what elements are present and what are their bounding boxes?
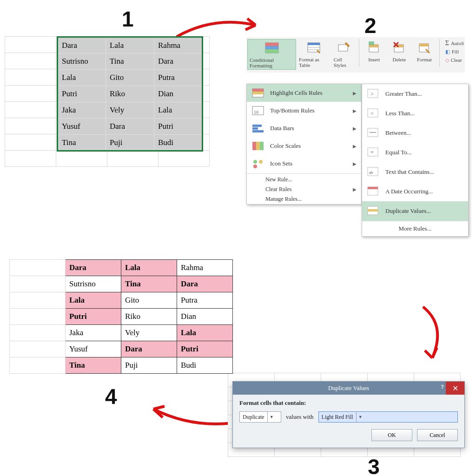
cell[interactable]: Dara <box>106 119 154 135</box>
cell[interactable]: Rahma <box>177 260 233 276</box>
delete-button[interactable]: Delete <box>387 39 411 63</box>
step4-result-grid[interactable]: DaraLalaRahmaSutrisnoTinaDaraLalaGitoPut… <box>9 259 233 374</box>
menu-highlight-cells-rules[interactable]: Highlight Cells Rules▶ <box>247 84 361 102</box>
cell[interactable]: Rahma <box>154 37 203 53</box>
insert-cells-icon <box>366 40 382 56</box>
ok-button[interactable]: OK <box>371 429 412 441</box>
menu-color-scales[interactable]: Color Scales▶ <box>247 137 361 155</box>
format-cells-icon <box>416 40 432 56</box>
cell[interactable]: Dara <box>66 260 121 276</box>
insert-button[interactable]: Insert <box>362 39 386 63</box>
cell-styles-button[interactable]: Cell Styles <box>332 39 356 69</box>
cell[interactable]: Tina <box>121 276 177 292</box>
menu-data-bars[interactable]: Data Bars▶ <box>247 119 361 137</box>
cell[interactable]: Jaka <box>58 102 106 119</box>
menu-icon-sets[interactable]: Icon Sets▶ <box>247 155 361 172</box>
cell[interactable]: Lala <box>177 325 233 341</box>
cell[interactable]: Gito <box>121 292 177 309</box>
cell[interactable]: Dara <box>121 341 177 357</box>
close-icon[interactable]: ✕ <box>446 382 464 395</box>
cell[interactable]: Budi <box>177 357 233 374</box>
conditional-formatting-button[interactable]: Conditional Formatting <box>247 39 296 70</box>
cell[interactable]: Riko <box>106 86 154 102</box>
submenu-less-than[interactable]: <Less Than... <box>362 104 468 123</box>
cell[interactable]: Gito <box>106 70 154 86</box>
submenu-more-rules[interactable]: More Rules... <box>362 221 468 236</box>
svg-rect-19 <box>252 89 264 92</box>
clear-button[interactable]: ◇Clear <box>445 56 464 64</box>
menu-label: Top/Bottom Rules <box>270 107 315 114</box>
cell[interactable]: Puji <box>121 357 177 374</box>
cell[interactable]: Tina <box>106 53 154 70</box>
cell[interactable]: Riko <box>121 309 177 325</box>
duplicate-mode-combo[interactable]: Duplicate ▼ <box>239 411 281 423</box>
cell[interactable]: Vely <box>121 325 177 341</box>
cell[interactable]: Puji <box>106 135 154 151</box>
cell[interactable] <box>10 325 66 341</box>
submenu-greater-than[interactable]: >Greater Than... <box>362 84 468 104</box>
cell[interactable]: Dara <box>177 276 233 292</box>
format-button[interactable]: Format <box>412 39 436 63</box>
cell[interactable]: Vely <box>106 102 154 119</box>
cell[interactable] <box>10 292 66 309</box>
cell[interactable]: Tina <box>58 135 106 151</box>
cell[interactable]: Dian <box>177 309 233 325</box>
fill-button[interactable]: ◧Fill <box>445 47 464 56</box>
cell[interactable]: Putra <box>177 292 233 309</box>
svg-rect-3 <box>265 49 278 53</box>
menu-label: Equal To... <box>385 149 412 156</box>
menu-new-rule[interactable]: New Rule... <box>247 175 361 185</box>
cell[interactable] <box>10 276 66 292</box>
cell[interactable]: Dara <box>154 53 203 70</box>
icon-sets-icon <box>251 158 265 170</box>
cell[interactable]: Lala <box>58 70 106 86</box>
cell[interactable]: Yusuf <box>58 119 106 135</box>
cell[interactable]: Putri <box>177 341 233 357</box>
submenu-text-contains[interactable]: abText that Contains... <box>362 162 468 182</box>
duplicate-values-dialog: Duplicate Values ? ✕ Format cells that c… <box>232 381 465 448</box>
color-scales-icon <box>251 140 265 152</box>
cell[interactable]: Lala <box>106 37 154 53</box>
cell[interactable]: Putri <box>58 86 106 102</box>
cell[interactable] <box>10 309 66 325</box>
svg-rect-24 <box>252 127 258 130</box>
cancel-button[interactable]: Cancel <box>417 429 458 441</box>
selected-range[interactable]: DaraLalaRahma SutrisnoTinaDara LalaGitoP… <box>57 36 203 152</box>
dialog-titlebar[interactable]: Duplicate Values ? ✕ <box>233 382 464 395</box>
cell[interactable]: Sutrisno <box>58 53 106 70</box>
cell[interactable]: Sutrisno <box>66 276 121 292</box>
cell[interactable] <box>10 260 66 276</box>
cell[interactable]: Budi <box>154 135 203 151</box>
svg-rect-26 <box>252 142 256 150</box>
menu-clear-rules[interactable]: Clear Rules▶ <box>247 185 361 194</box>
submenu-duplicate-values[interactable]: Duplicate Values... <box>362 201 468 221</box>
cell[interactable]: Yusuf <box>66 341 121 357</box>
submenu-between[interactable]: Between... <box>362 123 468 143</box>
cell[interactable]: Putra <box>154 70 203 86</box>
chevron-down-icon[interactable]: ▼ <box>267 412 276 422</box>
cell[interactable]: Dara <box>58 37 106 53</box>
menu-manage-rules[interactable]: Manage Rules... <box>247 194 361 204</box>
format-style-combo[interactable]: Light Red Fill ▼ <box>318 411 458 423</box>
cell[interactable] <box>10 357 66 374</box>
cell[interactable]: Lala <box>66 292 121 309</box>
svg-text:=: = <box>370 149 374 156</box>
cell[interactable] <box>10 341 66 357</box>
between-icon <box>367 127 381 139</box>
cell[interactable]: Lala <box>121 260 177 276</box>
help-icon[interactable]: ? <box>441 383 444 390</box>
cell[interactable]: Putri <box>66 309 121 325</box>
submenu-equal-to[interactable]: =Equal To... <box>362 143 468 162</box>
ribbon-label: Insert <box>368 57 380 62</box>
cell[interactable]: Tina <box>66 357 121 374</box>
cell[interactable]: Dian <box>154 86 203 102</box>
submenu-date-occurring[interactable]: A Date Occurring... <box>362 182 468 201</box>
ribbon-label: Cell Styles <box>334 57 354 68</box>
cell[interactable]: Jaka <box>66 325 121 341</box>
cell[interactable]: Putri <box>154 119 203 135</box>
menu-top-bottom-rules[interactable]: 10 Top/Bottom Rules▶ <box>247 102 361 119</box>
autosum-button[interactable]: ΣAutoS <box>445 39 464 47</box>
cell[interactable]: Lala <box>154 102 203 119</box>
format-as-table-button[interactable]: Format as Table <box>297 39 331 69</box>
chevron-down-icon[interactable]: ▼ <box>356 412 364 422</box>
